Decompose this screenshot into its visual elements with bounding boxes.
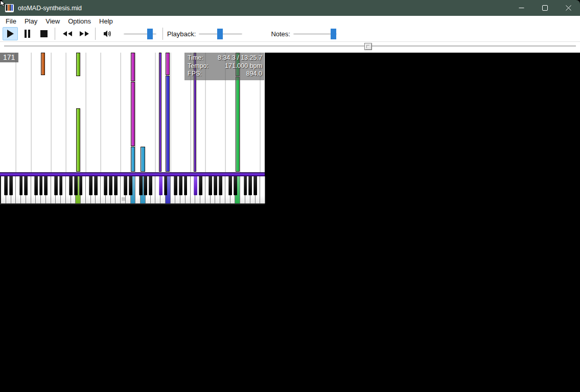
black-key: [24, 176, 28, 195]
black-key: [34, 176, 38, 195]
black-key: [179, 176, 182, 195]
black-key: [253, 176, 257, 195]
menu-item-file[interactable]: File: [2, 16, 20, 26]
status-overlay: Time:8:34.3 / 13:25.7Tempo:171.000 bpmFP…: [184, 53, 264, 80]
window-title: otoMAD-synthesis.mid: [18, 5, 82, 12]
rewind-button[interactable]: [60, 27, 75, 40]
toolbar-separator: [55, 28, 55, 40]
strike-bar: [0, 172, 265, 176]
stop-icon: [40, 30, 48, 37]
octave-gridline: [51, 53, 52, 172]
fast-forward-button[interactable]: [77, 27, 92, 40]
black-key: [94, 176, 98, 195]
black-key: [129, 176, 132, 195]
toolbar-separator: [95, 28, 96, 40]
menu-item-help[interactable]: Help: [95, 16, 117, 26]
titlebar: otoMAD-synthesis.mid: [0, 0, 580, 16]
black-key: [234, 176, 237, 195]
piano-roll-visualizer: 171 Time:8:34.3 / 13:25.7Tempo:171.000 b…: [0, 53, 265, 205]
note-roll: 171 Time:8:34.3 / 13:25.7Tempo:171.000 b…: [0, 53, 265, 172]
close-icon: [566, 5, 571, 11]
notes-slider[interactable]: [293, 27, 337, 40]
playback-slider-thumb[interactable]: [217, 29, 223, 39]
volume-slider-thumb[interactable]: [147, 29, 153, 39]
octave-gridline: [100, 53, 101, 172]
tempo-badge: 171: [0, 53, 18, 62]
black-key: [124, 176, 127, 195]
black-key: [69, 176, 73, 195]
stop-button[interactable]: [36, 27, 52, 40]
notes-label: Notes:: [271, 30, 290, 38]
seekbar-thumb[interactable]: [364, 43, 372, 50]
overlay-label: FPS:: [188, 70, 202, 78]
overlay-label: Time:: [188, 54, 203, 62]
play-icon: [6, 29, 14, 38]
octave-gridline: [155, 53, 156, 172]
midi-note-lime: [76, 108, 80, 172]
mute-button[interactable]: [100, 27, 115, 40]
midi-note-orange: [41, 53, 45, 75]
toolbar-separator: [163, 28, 163, 40]
overlay-value: 171.000 bpm: [225, 62, 262, 71]
menu-item-view[interactable]: View: [41, 16, 64, 26]
black-key: [114, 176, 118, 195]
notes-slider-thumb[interactable]: [331, 29, 336, 39]
octave-gridline: [31, 53, 32, 172]
midi-note-blue: [166, 76, 170, 172]
black-key: [164, 176, 168, 195]
midi-note-purple: [159, 53, 161, 172]
midi-note-magenta: [131, 53, 135, 81]
menu-item-play[interactable]: Play: [20, 16, 41, 26]
black-key: [219, 176, 222, 195]
black-key: [104, 176, 107, 195]
black-key: [174, 176, 177, 195]
play-button[interactable]: [3, 27, 18, 40]
app-window: otoMAD-synthesis.mid FilePlayViewOptions…: [0, 0, 580, 392]
black-key: [184, 176, 188, 195]
midi-note-green: [236, 77, 240, 172]
midi-note-lime: [76, 53, 80, 76]
black-key: [244, 176, 247, 195]
midi-note-cyan: [131, 147, 135, 172]
octave-gridline: [120, 53, 121, 172]
black-key: [54, 176, 58, 195]
visualization-stage: 171 Time:8:34.3 / 13:25.7Tempo:171.000 b…: [0, 53, 580, 392]
pause-button[interactable]: [19, 27, 35, 40]
black-key: [208, 176, 212, 195]
overlay-row-fps: FPS:894.0: [188, 70, 262, 78]
pause-icon: [24, 30, 31, 38]
black-key: [44, 176, 48, 195]
volume-slider[interactable]: [124, 27, 156, 40]
menu-item-options[interactable]: Options: [64, 16, 95, 26]
mouse-cursor: [0, 0, 6, 7]
app-icon: [5, 4, 14, 12]
octave-gridline: [85, 53, 86, 172]
black-key: [149, 176, 152, 195]
seekbar[interactable]: [4, 45, 576, 47]
playback-label: Playback:: [167, 30, 196, 38]
minimize-button[interactable]: [509, 0, 533, 16]
black-key: [199, 176, 202, 195]
midi-note-magenta: [131, 82, 135, 146]
menubar: FilePlayViewOptionsHelp: [0, 16, 580, 26]
fast-forward-icon: [79, 31, 89, 37]
maximize-button[interactable]: [533, 0, 556, 16]
black-key: [39, 176, 43, 195]
overlay-row-tempo: Tempo:171.000 bpm: [188, 62, 262, 71]
black-key: [248, 176, 252, 195]
overlay-value: 894.0: [246, 70, 262, 78]
octave-gridline: [65, 53, 66, 172]
playback-slider[interactable]: [199, 27, 242, 40]
close-button[interactable]: [556, 0, 580, 16]
maximize-icon: [542, 5, 548, 11]
midi-note-magenta: [166, 53, 170, 75]
black-key: [214, 176, 217, 195]
keyboard-base: [0, 203, 265, 205]
black-key: [59, 176, 63, 195]
rewind-icon: [62, 31, 73, 37]
black-key: [19, 176, 23, 195]
black-key: [109, 176, 112, 195]
toolbar: Playback: Notes:: [0, 26, 580, 42]
white-key: [260, 176, 265, 203]
octave-gridline: [15, 53, 16, 172]
